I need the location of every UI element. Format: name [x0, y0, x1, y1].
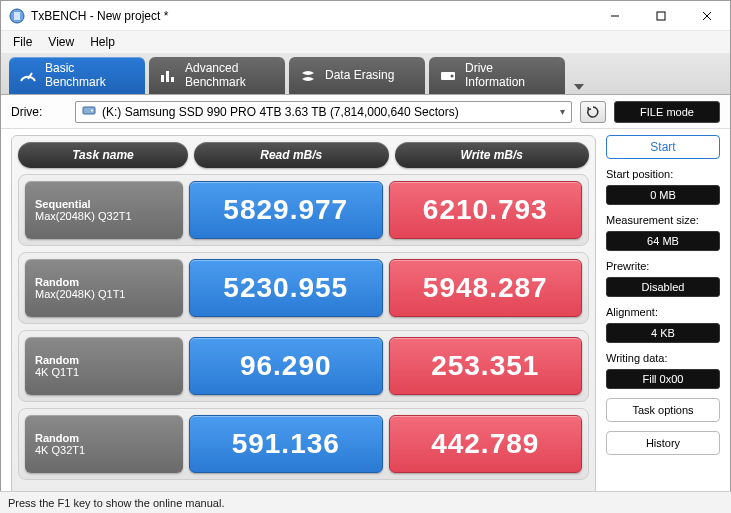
test-row: Sequential Max(2048K) Q32T1 5829.977 621… [18, 174, 589, 246]
value-text: 64 MB [647, 235, 679, 247]
minimize-button[interactable] [592, 1, 638, 30]
start-button[interactable]: Start [606, 135, 720, 159]
task-cell[interactable]: Random Max(2048K) Q1T1 [25, 259, 183, 317]
task-cell[interactable]: Random 4K Q1T1 [25, 337, 183, 395]
value-text: 0 MB [650, 189, 676, 201]
measurement-size-label: Measurement size: [606, 214, 720, 226]
write-value: 253.351 [389, 337, 583, 395]
chevron-down-icon [574, 84, 584, 90]
svg-rect-9 [171, 77, 174, 82]
drive-label: Drive: [11, 105, 67, 119]
tab-basic-benchmark[interactable]: Basic Benchmark [9, 57, 145, 94]
task-name-line2: 4K Q1T1 [35, 366, 173, 378]
start-label: Start [650, 140, 675, 154]
task-name-line2: 4K Q32T1 [35, 444, 173, 456]
status-text: Press the F1 key to show the online manu… [8, 497, 224, 509]
task-name-line1: Random [35, 354, 173, 366]
window-controls [592, 1, 730, 30]
write-value: 6210.793 [389, 181, 583, 239]
tab-data-erasing[interactable]: Data Erasing [289, 57, 425, 94]
disk-icon [82, 104, 96, 119]
file-mode-button[interactable]: FILE mode [614, 101, 720, 123]
drive-select[interactable]: (K:) Samsung SSD 990 PRO 4TB 3.63 TB (7,… [75, 101, 572, 123]
svg-rect-12 [83, 107, 95, 114]
task-name-line1: Random [35, 432, 173, 444]
prewrite-label: Prewrite: [606, 260, 720, 272]
measurement-size-value[interactable]: 64 MB [606, 231, 720, 251]
alignment-label: Alignment: [606, 306, 720, 318]
task-options-button[interactable]: Task options [606, 398, 720, 422]
write-value: 442.789 [389, 415, 583, 473]
header-task: Task name [18, 142, 188, 168]
svg-rect-7 [161, 75, 164, 82]
task-name-line1: Sequential [35, 198, 173, 210]
read-value: 96.290 [189, 337, 383, 395]
value-text: 4 KB [651, 327, 675, 339]
svg-point-13 [91, 110, 93, 112]
header-read: Read mB/s [194, 142, 389, 168]
prewrite-value[interactable]: Disabled [606, 277, 720, 297]
refresh-icon [586, 105, 600, 119]
bar-chart-icon [159, 67, 177, 85]
header-write: Write mB/s [395, 142, 590, 168]
menu-view[interactable]: View [40, 33, 82, 51]
start-position-value[interactable]: 0 MB [606, 185, 720, 205]
drive-selected-text: (K:) Samsung SSD 990 PRO 4TB 3.63 TB (7,… [102, 105, 459, 119]
menu-file[interactable]: File [5, 33, 40, 51]
erase-icon [299, 67, 317, 85]
test-row: Random Max(2048K) Q1T1 5230.955 5948.287 [18, 252, 589, 324]
tab-advanced-benchmark[interactable]: Advanced Benchmark [149, 57, 285, 94]
drive-row: Drive: (K:) Samsung SSD 990 PRO 4TB 3.63… [1, 95, 730, 129]
value-text: Disabled [642, 281, 685, 293]
svg-rect-3 [657, 12, 665, 20]
menu-bar: File View Help [1, 31, 730, 53]
task-cell[interactable]: Random 4K Q32T1 [25, 415, 183, 473]
read-value: 591.136 [189, 415, 383, 473]
side-panel: Start Start position: 0 MB Measurement s… [606, 135, 720, 505]
close-button[interactable] [684, 1, 730, 30]
svg-rect-8 [166, 71, 169, 82]
task-name-line2: Max(2048K) Q1T1 [35, 288, 173, 300]
app-icon [9, 8, 25, 24]
read-value: 5230.955 [189, 259, 383, 317]
refresh-button[interactable] [580, 101, 606, 123]
alignment-value[interactable]: 4 KB [606, 323, 720, 343]
task-name-line2: Max(2048K) Q32T1 [35, 210, 173, 222]
status-bar: Press the F1 key to show the online manu… [0, 491, 731, 513]
tab-strip: Basic Benchmark Advanced Benchmark Data … [1, 53, 730, 95]
gauge-icon [19, 67, 37, 85]
maximize-button[interactable] [638, 1, 684, 30]
read-value: 5829.977 [189, 181, 383, 239]
tab-label: Data Erasing [325, 69, 394, 83]
button-label: Task options [632, 404, 693, 416]
header-row: Task name Read mB/s Write mB/s [18, 142, 589, 168]
test-row: Random 4K Q1T1 96.290 253.351 [18, 330, 589, 402]
svg-rect-1 [14, 12, 20, 20]
menu-help[interactable]: Help [82, 33, 123, 51]
start-position-label: Start position: [606, 168, 720, 180]
value-text: Fill 0x00 [643, 373, 684, 385]
file-mode-label: FILE mode [640, 106, 694, 118]
tab-drive-information[interactable]: Drive Information [429, 57, 565, 94]
main-area: Task name Read mB/s Write mB/s Sequentia… [1, 129, 730, 509]
tab-overflow-button[interactable] [569, 57, 589, 94]
tab-label: Drive Information [465, 62, 525, 90]
writing-data-label: Writing data: [606, 352, 720, 364]
tab-label: Advanced Benchmark [185, 62, 246, 90]
title-bar: TxBENCH - New project * [1, 1, 730, 31]
chevron-down-icon: ▾ [560, 106, 565, 117]
drive-icon [439, 67, 457, 85]
button-label: History [646, 437, 680, 449]
write-value: 5948.287 [389, 259, 583, 317]
task-name-line1: Random [35, 276, 173, 288]
history-button[interactable]: History [606, 431, 720, 455]
benchmark-panel: Task name Read mB/s Write mB/s Sequentia… [11, 135, 596, 505]
svg-point-11 [451, 74, 454, 77]
writing-data-value[interactable]: Fill 0x00 [606, 369, 720, 389]
tab-label: Basic Benchmark [45, 62, 106, 90]
test-row: Random 4K Q32T1 591.136 442.789 [18, 408, 589, 480]
task-cell[interactable]: Sequential Max(2048K) Q32T1 [25, 181, 183, 239]
window-title: TxBENCH - New project * [31, 9, 592, 23]
